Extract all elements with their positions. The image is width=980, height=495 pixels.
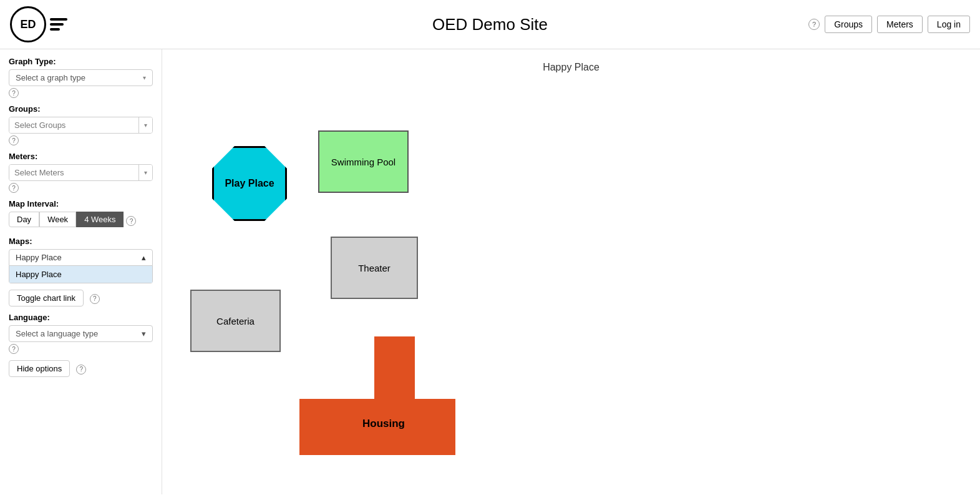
meters-arrow[interactable]: ▾ (139, 165, 152, 180)
swimming-pool-label: Swimming Pool (331, 157, 395, 167)
play-place-shape[interactable]: Play Place (212, 146, 287, 221)
logo: ED (10, 6, 67, 42)
groups-arrow[interactable]: ▾ (139, 117, 152, 133)
groups-label: Groups: (9, 104, 153, 114)
graph-type-label: Graph Type: (9, 57, 153, 66)
cafeteria-shape[interactable]: Cafeteria (190, 290, 281, 352)
maps-label: Maps: (9, 237, 153, 246)
header-actions: ? Groups Meters Log in (808, 16, 970, 33)
theater-label: Theater (358, 263, 391, 273)
groups-button[interactable]: Groups (825, 16, 872, 33)
page-title: OED Demo Site (432, 15, 548, 34)
interval-help[interactable]: ? (126, 216, 136, 226)
cafeteria-label: Cafeteria (216, 316, 255, 326)
theater-shape[interactable]: Theater (331, 237, 418, 299)
meters-button[interactable]: Meters (877, 16, 923, 33)
graph-type-help[interactable]: ? (9, 88, 19, 98)
graph-type-caret: ▾ (143, 74, 146, 81)
map-title: Happy Place (543, 62, 599, 73)
maps-section: Maps: Happy Place ▴ Happy Place (9, 237, 153, 283)
map-interval-section: Map Interval: Day Week 4 Weeks ? (9, 199, 153, 230)
hide-options-section: Hide options ? (9, 360, 153, 377)
maps-dropdown-btn[interactable]: Happy Place ▴ (9, 249, 153, 266)
help-icon[interactable]: ? (808, 19, 820, 30)
graph-type-value: Select a graph type (16, 73, 85, 82)
meters-multiselect: ▾ (9, 164, 153, 181)
meters-label: Meters: (9, 152, 153, 161)
groups-help[interactable]: ? (9, 135, 19, 145)
language-help[interactable]: ? (9, 344, 19, 354)
interval-day[interactable]: Day (9, 212, 39, 227)
language-dropdown[interactable]: Select a language type ▾ (9, 325, 153, 342)
logo-bars (50, 18, 67, 31)
maps-option-happy-place[interactable]: Happy Place (9, 266, 152, 283)
language-label: Language: (9, 313, 153, 322)
toggle-chart-help[interactable]: ? (90, 294, 100, 304)
hide-options-help[interactable]: ? (76, 365, 86, 375)
toggle-chart-section: Toggle chart link ? (9, 290, 153, 306)
groups-section: Groups: ▾ ? (9, 104, 153, 145)
language-caret: ▾ (142, 329, 146, 338)
login-button[interactable]: Log in (928, 16, 970, 33)
meters-input[interactable] (9, 165, 138, 180)
interval-week[interactable]: Week (39, 212, 76, 227)
language-section: Language: Select a language type ▾ ? (9, 313, 153, 354)
maps-dropdown-list: Happy Place (9, 266, 153, 283)
meters-help[interactable]: ? (9, 183, 19, 193)
map-canvas: Happy Place Play Place Swimming Pool The… (162, 49, 980, 494)
toggle-chart-button[interactable]: Toggle chart link (9, 290, 84, 306)
hide-options-button[interactable]: Hide options (9, 360, 70, 377)
interval-4weeks[interactable]: 4 Weeks (76, 212, 124, 227)
logo-text: ED (20, 18, 36, 31)
meters-section: Meters: ▾ ? (9, 152, 153, 193)
logo-bar-2 (50, 23, 64, 26)
graph-type-dropdown[interactable]: Select a graph type ▾ (9, 69, 153, 86)
groups-multiselect: ▾ (9, 117, 153, 134)
sidebar: Graph Type: Select a graph type ▾ ? Grou… (0, 49, 162, 494)
map-interval-label: Map Interval: (9, 199, 153, 208)
maps-selected-value: Happy Place (16, 253, 62, 262)
header: ED OED Demo Site ? Groups Meters Log in (0, 0, 980, 49)
maps-dropdown: Happy Place ▴ Happy Place (9, 249, 153, 283)
groups-input[interactable] (9, 117, 138, 133)
logo-bar-3 (50, 28, 60, 31)
housing-label: Housing (337, 418, 430, 430)
maps-caret-up: ▴ (142, 253, 146, 262)
play-place-label: Play Place (225, 177, 274, 189)
swimming-pool-shape[interactable]: Swimming Pool (318, 130, 409, 193)
graph-type-section: Graph Type: Select a graph type ▾ ? (9, 57, 153, 98)
logo-circle: ED (10, 6, 46, 42)
interval-group: Day Week 4 Weeks (9, 212, 124, 227)
language-value: Select a language type (16, 329, 98, 338)
logo-bar-1 (50, 18, 67, 21)
main-layout: Graph Type: Select a graph type ▾ ? Grou… (0, 49, 980, 494)
